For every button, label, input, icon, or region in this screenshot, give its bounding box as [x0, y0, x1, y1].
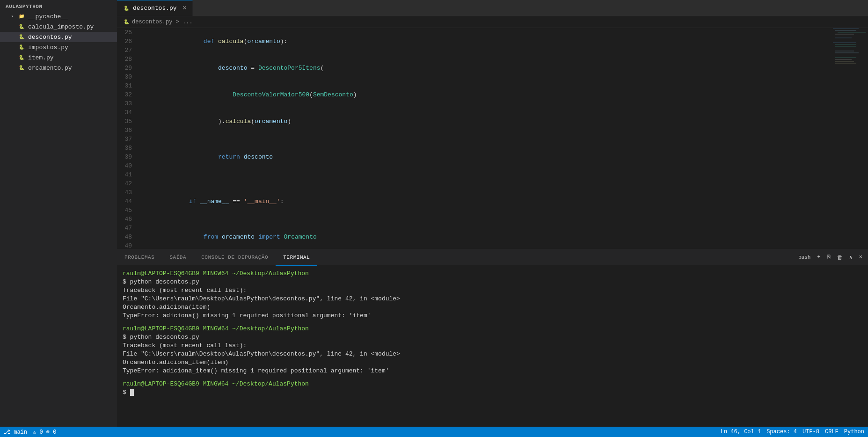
breadcrumb-text: descontos.py > ... — [132, 19, 193, 25]
sidebar: AULASPYTHON › 📁 __pycache__ 🐍 calcula_im… — [0, 0, 117, 427]
sidebar-title: AULASPYTHON — [0, 0, 117, 11]
spaces[interactable]: Spaces: 4 — [766, 429, 797, 435]
svg-rect-8 — [835, 51, 854, 51]
svg-rect-9 — [835, 52, 859, 53]
chevron-up-icon[interactable]: ∧ — [847, 253, 854, 262]
chevron-right-icon: › — [9, 14, 15, 19]
tab-label: descontos.py — [133, 5, 177, 12]
terminal-session-3: raulm@LAPTOP-ESQ64GB9 MINGW64 ~/Desktop/… — [123, 380, 862, 397]
python-file-icon: 🐍 — [18, 54, 25, 61]
close-panel-icon[interactable]: × — [857, 253, 864, 262]
python-file-icon: 🐍 — [18, 23, 25, 30]
svg-rect-12 — [835, 61, 854, 62]
sidebar-item-label: item.py — [28, 54, 54, 61]
code-line-29 — [145, 135, 831, 144]
tab-problems[interactable]: PROBLEMAS — [117, 249, 162, 266]
terminal-prompt-1: raulm@LAPTOP-ESQ64GB9 MINGW64 ~/Desktop/… — [123, 269, 862, 278]
code-line-31 — [145, 170, 831, 179]
language[interactable]: Python — [844, 429, 864, 435]
svg-rect-3 — [835, 34, 854, 35]
editor-area: 🐍 descontos.py × 🐍 descontos.py > ... 25… — [117, 0, 868, 427]
svg-rect-5 — [833, 42, 856, 43]
line-numbers: 25 26 27 28 29 30 31 32 33 34 35 36 37 3… — [117, 28, 139, 249]
terminal-output-2a: Traceback (most recent call last): — [123, 342, 862, 350]
python-file-icon: 🐍 — [18, 33, 25, 41]
code-line-30: return desconto — [145, 144, 831, 170]
errors-warnings[interactable]: ⚠ 0 ⊗ 0 — [33, 429, 56, 436]
sidebar-item-calcula-imposto[interactable]: 🐍 calcula_imposto.py — [0, 22, 117, 32]
terminal-cmd-1: $ python descontos.py — [123, 278, 862, 286]
sidebar-item-orcamento[interactable]: 🐍 orcamento.py — [0, 63, 117, 73]
terminal-output-2d: TypeError: adiciona_item() missing 1 req… — [123, 367, 862, 375]
status-right: Ln 46, Col 1 Spaces: 4 UTF-8 CRLF Python — [721, 429, 864, 435]
shell-label: bash — [796, 254, 812, 261]
minimap — [831, 28, 868, 249]
tab-problems-label: PROBLEMAS — [124, 255, 154, 260]
sidebar-item-label: __pycache__ — [28, 13, 68, 20]
status-bar: ⎇ main ⚠ 0 ⊗ 0 Ln 46, Col 1 Spaces: 4 UT… — [0, 427, 868, 437]
code-line-28: ).calcula(orcamento) — [145, 108, 831, 135]
folder-icon: 📁 — [18, 13, 25, 20]
sidebar-item-pycache[interactable]: › 📁 __pycache__ — [0, 11, 117, 22]
terminal-content[interactable]: raulm@LAPTOP-ESQ64GB9 MINGW64 ~/Desktop/… — [117, 266, 868, 427]
tab-terminal[interactable]: TERMINAL — [276, 249, 317, 266]
sidebar-item-impostos[interactable]: 🐍 impostos.py — [0, 42, 117, 52]
split-terminal-icon[interactable]: ⎘ — [825, 253, 832, 262]
code-line-32 — [145, 179, 831, 188]
breadcrumb-file-icon: 🐍 — [123, 18, 130, 26]
tab-output[interactable]: SAÍDA — [162, 249, 194, 266]
svg-rect-13 — [835, 63, 856, 64]
line-ending[interactable]: CRLF — [825, 429, 839, 435]
sidebar-item-label: calcula_imposto.py — [28, 23, 94, 30]
encoding[interactable]: UTF-8 — [802, 429, 819, 435]
svg-rect-11 — [835, 59, 852, 60]
sidebar-item-item[interactable]: 🐍 item.py — [0, 52, 117, 63]
terminal-output-2c: Orcamento.adiciona_item(item) — [123, 358, 862, 367]
git-branch[interactable]: ⎇ main — [4, 429, 27, 436]
terminal-output-1b: File "C:\Users\raulm\Desktop\AulasPython… — [123, 295, 862, 303]
code-line-25: def calcula(orcamento): — [145, 28, 831, 55]
bottom-panel: PROBLEMAS SAÍDA CONSOLE DE DEPURAÇÃO TER… — [117, 249, 868, 427]
terminal-spacer-2 — [123, 375, 862, 380]
python-file-icon: 🐍 — [18, 44, 25, 51]
terminal-output-2b: File "C:\Users\raulm\Desktop\AulasPython… — [123, 350, 862, 358]
tab-terminal-label: TERMINAL — [283, 255, 310, 260]
close-tab-icon[interactable]: × — [182, 4, 187, 13]
code-content[interactable]: def calcula(orcamento): desconto = Desco… — [139, 28, 831, 249]
code-line-34 — [145, 215, 831, 224]
panel-tab-actions: bash + ⎘ 🗑 ∧ × — [796, 253, 868, 262]
breadcrumb: 🐍 descontos.py > ... — [117, 16, 868, 28]
trash-icon[interactable]: 🗑 — [835, 253, 845, 262]
line-col[interactable]: Ln 46, Col 1 — [721, 429, 761, 435]
tab-debug-console[interactable]: CONSOLE DE DEPURAÇÃO — [194, 249, 276, 266]
code-line-26: desconto = DescontoPor5Itens( — [145, 55, 831, 81]
svg-rect-2 — [838, 32, 866, 33]
tab-output-label: SAÍDA — [169, 255, 186, 260]
terminal-active-cmd[interactable]: $ — [123, 388, 862, 397]
svg-rect-1 — [835, 30, 856, 31]
svg-rect-4 — [835, 37, 852, 38]
code-line-27: DescontoValorMaior500(SemDesconto) — [145, 81, 831, 108]
new-terminal-icon[interactable]: + — [815, 253, 822, 262]
terminal-output-1d: TypeError: adiciona() missing 1 required… — [123, 312, 862, 320]
terminal-session-2: raulm@LAPTOP-ESQ64GB9 MINGW64 ~/Desktop/… — [123, 325, 862, 375]
terminal-output-1a: Traceback (most recent call last): — [123, 286, 862, 295]
svg-rect-0 — [833, 28, 859, 29]
sidebar-item-label: descontos.py — [28, 34, 72, 41]
terminal-output-1c: Orcamento.adiciona(item) — [123, 303, 862, 312]
tab-descontos[interactable]: 🐍 descontos.py × — [117, 0, 193, 16]
sidebar-item-label: impostos.py — [28, 44, 68, 51]
terminal-prompt-2: raulm@LAPTOP-ESQ64GB9 MINGW64 ~/Desktop/… — [123, 325, 862, 333]
code-line-35: from orcamento import Orcamento — [145, 224, 831, 249]
tab-debug-console-label: CONSOLE DE DEPURAÇÃO — [201, 255, 268, 260]
cursor — [130, 389, 134, 396]
code-editor[interactable]: 25 26 27 28 29 30 31 32 33 34 35 36 37 3… — [117, 28, 868, 249]
terminal-session-1: raulm@LAPTOP-ESQ64GB9 MINGW64 ~/Desktop/… — [123, 269, 862, 320]
svg-rect-6 — [835, 44, 856, 45]
terminal-cmd-2: $ python descontos.py — [123, 333, 862, 342]
code-line-33: if __name__ == '__main__': — [145, 188, 831, 215]
main-layout: AULASPYTHON › 📁 __pycache__ 🐍 calcula_im… — [0, 0, 868, 427]
sidebar-item-descontos[interactable]: 🐍 descontos.py — [0, 32, 117, 42]
svg-rect-7 — [835, 46, 856, 47]
python-file-icon: 🐍 — [18, 64, 25, 72]
